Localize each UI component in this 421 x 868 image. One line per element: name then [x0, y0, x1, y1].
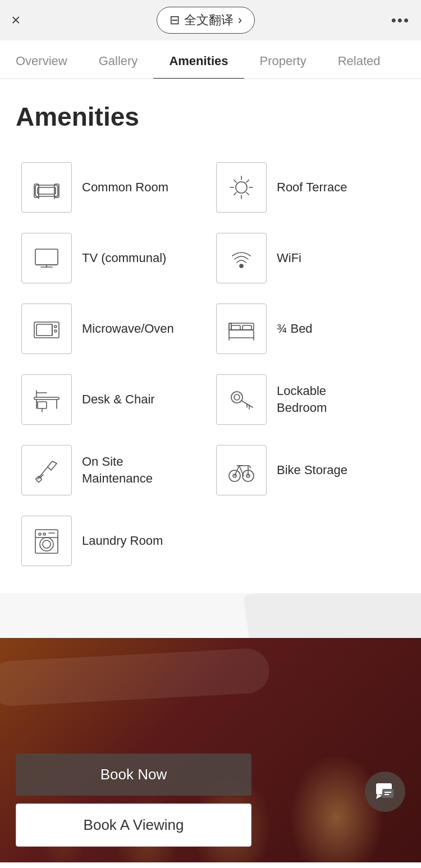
svg-rect-27 — [229, 323, 254, 330]
amenities-grid: Common Room Roof Terrace — [16, 152, 405, 576]
svg-line-11 — [234, 180, 236, 182]
amenity-desk: Desk & Chair — [16, 364, 210, 435]
svg-line-13 — [246, 180, 249, 182]
page-title: Amenities — [16, 102, 405, 132]
tab-gallery[interactable]: Gallery — [83, 40, 154, 79]
svg-point-55 — [39, 533, 41, 535]
amenity-common-room: Common Room — [16, 152, 210, 223]
bed-icon-box — [216, 304, 267, 354]
desk-icon — [32, 385, 61, 414]
microwave-icon-box — [21, 304, 72, 354]
tv-icon-box — [21, 233, 72, 283]
sofa-icon — [32, 173, 61, 202]
laundry-label: Laundry Room — [82, 532, 163, 549]
svg-line-14 — [234, 192, 236, 195]
translate-arrow: › — [238, 13, 242, 27]
desk-icon-box — [21, 374, 72, 425]
laundry-icon-box — [21, 516, 72, 566]
svg-rect-30 — [231, 325, 240, 330]
svg-point-6 — [236, 182, 247, 193]
svg-point-56 — [43, 533, 45, 535]
banner-buttons: Book Now Book A Viewing — [0, 754, 421, 862]
svg-point-23 — [54, 330, 57, 332]
common-room-icon-box — [21, 162, 72, 213]
amenity-wifi: WiFi — [210, 223, 405, 293]
washer-icon — [32, 526, 61, 555]
svg-rect-21 — [36, 324, 52, 336]
amenity-laundry: Laundry Room — [16, 506, 210, 576]
maintenance-icon-box — [21, 445, 72, 495]
tab-amenities[interactable]: Amenities — [153, 40, 244, 79]
svg-point-40 — [234, 394, 240, 400]
bike-icon-box — [216, 445, 267, 495]
svg-rect-15 — [35, 249, 58, 265]
sun-icon — [227, 173, 256, 202]
bike-icon — [227, 456, 256, 485]
top-bar: × ⊟ 全文翻译 › ••• — [0, 0, 421, 40]
roof-terrace-icon-box — [216, 162, 267, 213]
translate-button[interactable]: ⊟ 全文翻译 › — [157, 7, 255, 34]
maintenance-label: On SiteMaintenance — [82, 453, 153, 486]
key-icon — [227, 385, 256, 414]
banner-section: Book Now Book A Viewing — [0, 638, 421, 862]
amenity-roof-terrace: Roof Terrace — [210, 152, 405, 223]
wifi-icon-box — [216, 233, 267, 283]
decoration-area — [0, 593, 421, 638]
bike-label: Bike Storage — [277, 462, 347, 479]
tv-icon — [32, 244, 61, 273]
book-viewing-button[interactable]: Book A Viewing — [16, 803, 251, 847]
close-button[interactable]: × — [11, 12, 20, 28]
wifi-icon — [227, 244, 256, 273]
lockable-label: LockableBedroom — [277, 383, 327, 416]
main-content: Amenities Common Room — [0, 79, 421, 593]
svg-rect-1 — [38, 187, 56, 194]
svg-rect-25 — [229, 330, 254, 338]
more-button[interactable]: ••• — [391, 12, 410, 29]
microwave-icon — [32, 314, 61, 343]
svg-point-22 — [54, 325, 57, 328]
amenity-maintenance: On SiteMaintenance — [16, 435, 210, 506]
svg-rect-32 — [34, 397, 59, 399]
svg-point-54 — [43, 540, 51, 548]
svg-rect-60 — [382, 789, 393, 798]
svg-point-53 — [40, 538, 53, 551]
amenity-lockable: LockableBedroom — [210, 364, 405, 435]
svg-rect-35 — [38, 402, 47, 408]
common-room-label: Common Room — [82, 179, 168, 196]
bed-label: ¾ Bed — [277, 320, 313, 337]
chat-button[interactable] — [365, 771, 405, 812]
amenity-bike: Bike Storage — [210, 435, 405, 506]
amenity-bed: ¾ Bed — [210, 293, 405, 364]
book-now-button[interactable]: Book Now — [16, 754, 251, 796]
bed-icon — [227, 314, 256, 343]
wifi-label: WiFi — [277, 250, 301, 267]
translate-label: 全文翻译 — [184, 12, 234, 29]
tv-label: TV (communal) — [82, 250, 166, 267]
tab-related[interactable]: Related — [322, 40, 396, 79]
tab-overview[interactable]: Overview — [0, 40, 83, 79]
chat-icon — [374, 781, 396, 802]
tools-icon — [32, 456, 61, 485]
svg-point-19 — [240, 264, 243, 268]
nav-tabs: Overview Gallery Amenities Property Rela… — [0, 40, 421, 79]
roof-terrace-label: Roof Terrace — [277, 179, 347, 196]
amenity-tv: TV (communal) — [16, 223, 210, 293]
svg-rect-3 — [54, 184, 59, 198]
amenity-microwave: Microwave/Oven — [16, 293, 210, 364]
svg-point-39 — [231, 392, 242, 403]
svg-rect-31 — [242, 325, 251, 330]
lockable-icon-box — [216, 374, 267, 425]
microwave-label: Microwave/Oven — [82, 320, 174, 337]
svg-line-12 — [246, 192, 249, 195]
translate-icon: ⊟ — [170, 13, 180, 27]
desk-label: Desk & Chair — [82, 391, 155, 408]
tab-property[interactable]: Property — [244, 40, 322, 79]
svg-line-44 — [38, 467, 48, 479]
